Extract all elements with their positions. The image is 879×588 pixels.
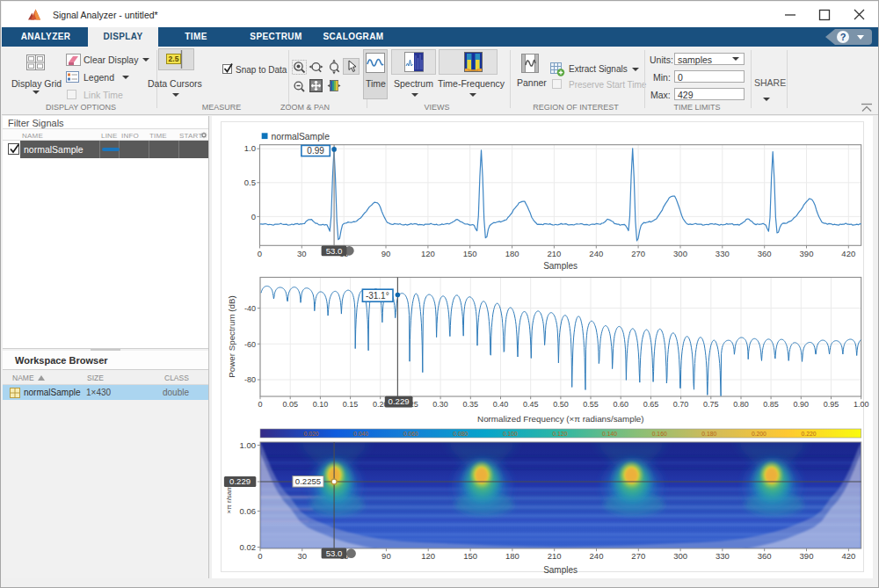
svg-text:?: ? [840, 32, 846, 42]
svg-text:210: 210 [548, 551, 562, 561]
svg-text:-40: -40 [244, 304, 256, 313]
svg-text:0.120: 0.120 [552, 431, 567, 437]
svg-text:180: 180 [505, 551, 519, 561]
svg-text:0.02: 0.02 [240, 542, 257, 552]
svg-text:-31.1°: -31.1° [366, 291, 389, 301]
svg-text:420: 420 [841, 551, 855, 561]
svg-text:0.90: 0.90 [794, 400, 810, 409]
svg-text:0.30: 0.30 [432, 400, 448, 409]
svg-text:30: 30 [298, 551, 308, 561]
svg-text:0.060: 0.060 [403, 431, 418, 437]
svg-text:0.020: 0.020 [303, 431, 318, 437]
svg-text:0.200: 0.200 [752, 431, 766, 437]
svg-text:240: 240 [589, 249, 603, 258]
svg-text:0.80: 0.80 [733, 400, 749, 409]
svg-text:Power Spectrum (dB): Power Spectrum (dB) [227, 295, 236, 378]
svg-text:0.180: 0.180 [701, 431, 716, 437]
svg-text:0.70: 0.70 [673, 400, 689, 409]
svg-text:0.040: 0.040 [353, 431, 368, 437]
svg-text:150: 150 [463, 249, 477, 258]
svg-text:420: 420 [841, 249, 855, 258]
svg-text:1.00: 1.00 [240, 440, 257, 450]
svg-text:Samples: Samples [543, 565, 578, 575]
svg-text:-60: -60 [244, 340, 256, 349]
svg-text:120: 120 [421, 249, 435, 258]
svg-text:0.35: 0.35 [463, 400, 479, 409]
svg-text:120: 120 [421, 551, 435, 561]
svg-text:0.05: 0.05 [282, 400, 298, 409]
svg-text:0.15: 0.15 [343, 400, 359, 409]
svg-text:0: 0 [251, 212, 256, 221]
svg-text:240: 240 [590, 551, 604, 561]
svg-text:0.080: 0.080 [453, 431, 468, 437]
svg-text:0.06: 0.06 [240, 506, 257, 516]
svg-text:0.229: 0.229 [229, 476, 251, 486]
svg-text:0.85: 0.85 [763, 400, 779, 409]
svg-text:53.0: 53.0 [326, 548, 343, 558]
svg-text:270: 270 [631, 249, 645, 258]
svg-text:150: 150 [463, 551, 477, 561]
svg-text:300: 300 [673, 551, 687, 561]
svg-text:0.160: 0.160 [652, 431, 667, 437]
svg-text:0.100: 0.100 [503, 431, 518, 437]
svg-text:210: 210 [547, 249, 561, 258]
svg-text:90: 90 [381, 551, 391, 561]
svg-text:0.220: 0.220 [801, 431, 816, 437]
svg-text:0: 0 [258, 400, 262, 409]
svg-text:0.65: 0.65 [643, 400, 659, 409]
svg-text:0.75: 0.75 [703, 400, 719, 409]
svg-text:0.55: 0.55 [583, 400, 599, 409]
svg-text:0.50: 0.50 [553, 400, 569, 409]
svg-text:Samples: Samples [543, 261, 578, 271]
svg-text:0.95: 0.95 [824, 400, 839, 409]
svg-text:0.5: 0.5 [244, 178, 256, 187]
svg-text:Normalized Frequency (×π radia: Normalized Frequency (×π radians/sample) [477, 414, 643, 424]
svg-text:270: 270 [631, 551, 645, 561]
svg-text:normalSample: normalSample [272, 132, 331, 142]
svg-text:0.140: 0.140 [602, 431, 617, 437]
svg-text:360: 360 [758, 249, 772, 258]
svg-text:390: 390 [800, 249, 814, 258]
svg-text:30: 30 [297, 249, 307, 258]
svg-text:0.229: 0.229 [389, 396, 410, 406]
svg-text:0.10: 0.10 [313, 400, 329, 409]
svg-text:2.5: 2.5 [169, 54, 179, 63]
svg-text:360: 360 [758, 551, 772, 561]
svg-text:0.2255: 0.2255 [295, 476, 321, 486]
svg-text:180: 180 [505, 249, 519, 258]
svg-text:1.00: 1.00 [854, 400, 869, 409]
svg-text:330: 330 [716, 551, 730, 561]
svg-text:0: 0 [258, 551, 262, 561]
svg-text:330: 330 [716, 249, 730, 258]
svg-text:0: 0 [258, 249, 262, 258]
svg-text:90: 90 [381, 249, 391, 258]
svg-text:390: 390 [800, 551, 814, 561]
svg-text:1.0: 1.0 [244, 143, 256, 153]
svg-text:300: 300 [673, 249, 687, 258]
svg-text:53.0: 53.0 [326, 246, 343, 256]
svg-text:0.45: 0.45 [523, 400, 539, 409]
svg-text:0.60: 0.60 [613, 400, 628, 409]
svg-text:-80: -80 [244, 375, 256, 384]
svg-text:0.99: 0.99 [307, 146, 324, 156]
svg-text:0.40: 0.40 [493, 400, 509, 409]
